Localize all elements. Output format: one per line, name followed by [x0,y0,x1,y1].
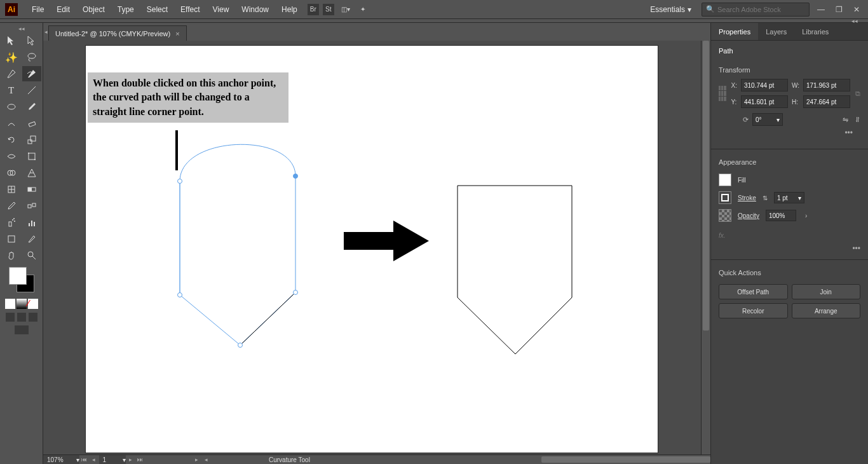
menu-object[interactable]: Object [76,5,111,14]
screen-mode-icon[interactable] [15,325,29,334]
canvas[interactable]: When double clicked on this anchor point… [43,41,710,464]
stock-icon[interactable]: St [323,4,334,15]
direct-selection-tool[interactable] [22,33,41,48]
artboard-tool[interactable] [2,231,21,247]
toolbar-collapse-icon[interactable]: ◂◂ [0,25,43,33]
draw-behind-icon[interactable] [17,313,26,322]
opacity-field[interactable]: 100% [766,210,796,221]
close-tab-icon[interactable]: × [175,30,179,38]
type-tool[interactable]: T [2,83,21,98]
menu-view[interactable]: View [207,5,236,14]
appearance-more-icon[interactable]: ••• [711,242,868,256]
shaper-tool[interactable] [2,116,21,131]
hand-tool[interactable] [2,248,21,263]
opacity-label[interactable]: Opacity [738,212,759,219]
stroke-color-swatch[interactable] [719,191,731,204]
tab-layers[interactable]: Layers [758,23,794,40]
graph-tool[interactable] [22,215,41,230]
selected-path[interactable] [178,144,298,347]
y-field[interactable]: 441.601 pt [741,95,788,108]
opacity-expand-icon[interactable]: › [805,212,807,219]
stroke-weight-field[interactable]: 1 pt ▾ [774,192,804,203]
h-field[interactable]: 247.664 pt [803,95,850,108]
restore-button[interactable]: ❐ [832,3,845,16]
gradient-tool[interactable] [22,182,41,197]
stroke-stepper-icon[interactable]: ⇅ [763,194,768,201]
fill-swatch[interactable] [9,267,27,285]
w-field[interactable]: 171.963 pt [803,79,850,92]
menu-edit[interactable]: Edit [50,5,76,14]
menu-help[interactable]: Help [275,5,304,14]
reference-point[interactable] [719,86,726,101]
flip-horizontal-icon[interactable]: ⇋ [843,116,848,124]
angle-field[interactable]: 0° ▾ [752,113,783,126]
fx-button[interactable]: fx. [711,229,868,242]
artboard-number[interactable]: 1 ▾ [99,455,126,465]
join-button[interactable]: Join [792,284,861,299]
magic-wand-tool[interactable]: ✨ [2,50,21,65]
color-mode-solid[interactable] [5,299,15,309]
gpu-icon[interactable]: ✦ [357,4,369,15]
symbol-sprayer-tool[interactable] [2,215,21,230]
lasso-tool[interactable] [22,50,41,65]
close-button[interactable]: ✕ [850,3,863,16]
draw-inside-icon[interactable] [29,313,37,322]
search-input[interactable] [717,6,805,13]
pen-tool[interactable] [2,66,21,81]
search-stock[interactable]: 🔍 [702,3,810,17]
selection-tool[interactable] [2,33,21,48]
flip-vertical-icon[interactable]: ⥯ [855,116,860,124]
fill-color-swatch[interactable] [719,174,731,186]
mesh-tool[interactable] [2,182,21,197]
shape-builder-tool[interactable] [2,165,21,181]
tab-libraries[interactable]: Libraries [794,23,836,40]
scrollbar-vertical[interactable] [701,41,710,454]
prev-artboard-icon[interactable]: ◂ [89,455,98,465]
scroll-left-icon[interactable]: ◂ [201,455,211,465]
last-artboard-icon[interactable]: ⏭ [135,455,145,465]
minimize-button[interactable]: — [815,3,827,16]
transform-more-icon[interactable]: ••• [719,126,860,140]
menu-effect[interactable]: Effect [174,5,206,14]
scroll-right-icon[interactable]: ▸ [192,455,201,465]
menu-select[interactable]: Select [140,5,174,14]
line-tool[interactable] [22,83,41,98]
rotate-tool[interactable] [2,132,21,147]
doc-tab[interactable]: Untitled-2* @ 107% (CMYK/Preview) × [48,25,187,41]
scrollbar-horizontal-thumb[interactable] [541,456,710,463]
x-field[interactable]: 310.744 pt [741,79,788,92]
next-artboard-icon[interactable]: ▸ [126,455,135,465]
menu-type[interactable]: Type [111,5,140,14]
eyedropper-tool[interactable] [2,198,21,214]
workspace-selector[interactable]: Essentials ▾ [645,5,696,14]
menu-file[interactable]: File [25,5,50,14]
opacity-swatch[interactable] [719,209,731,222]
perspective-tool[interactable] [22,165,41,181]
zoom-selector[interactable]: 107% ▾ [43,455,79,465]
arrange-docs-icon[interactable]: ◫▾ [338,4,353,15]
first-artboard-icon[interactable]: ⏮ [79,455,89,465]
paintbrush-tool[interactable] [22,99,41,114]
curvature-tool[interactable] [22,66,41,81]
blend-tool[interactable] [22,198,41,214]
constrain-proportions-icon[interactable]: ⧉ [855,90,860,98]
ellipse-tool[interactable] [2,99,21,114]
width-tool[interactable] [2,149,21,164]
fill-stroke-swatch[interactable] [9,267,34,292]
color-mode-gradient[interactable] [17,299,27,309]
free-transform-tool[interactable] [22,149,41,164]
tab-collapse-icon[interactable]: ◂ [43,23,48,41]
stroke-label[interactable]: Stroke [738,194,756,201]
slice-tool[interactable] [22,231,41,247]
color-mode-none[interactable]: ⁄ [28,299,38,309]
menu-window[interactable]: Window [235,5,275,14]
zoom-tool[interactable] [22,248,41,263]
arrange-button[interactable]: Arrange [792,303,861,318]
bridge-icon[interactable]: Br [308,4,319,15]
eraser-tool[interactable] [22,116,41,131]
recolor-button[interactable]: Recolor [719,303,788,318]
tab-properties[interactable]: Properties [711,23,758,40]
draw-normal-icon[interactable] [6,313,15,322]
scale-tool[interactable] [22,132,41,147]
offset-path-button[interactable]: Offset Path [719,284,788,299]
